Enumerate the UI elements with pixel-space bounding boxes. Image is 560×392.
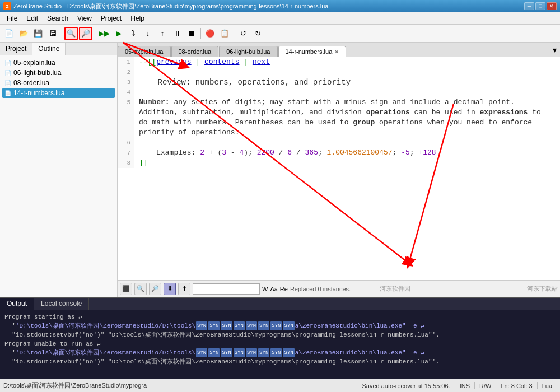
- editor-tab-06-label: 06-light-bulb.lua: [226, 48, 270, 55]
- output-panel: Output Local console Program starting as…: [0, 297, 560, 379]
- output-line-3: "io.stdout:setvbuf('no')" "D:\tools\桌面\河…: [4, 330, 556, 339]
- syn-badge-11: SYN: [221, 348, 232, 357]
- breakpoint-button[interactable]: 🔴: [203, 27, 217, 40]
- editor-tab-close-icon[interactable]: ✕: [334, 49, 339, 55]
- output-text-5a: ''D:\tools\桌面\河东软件园\ZeroBraneStudio/D:\t…: [4, 348, 195, 357]
- find-bar: ⬛ 🔍 🔎 ⬇ ⬆ W Aa Re Replaced 0 instances. …: [118, 280, 560, 297]
- menu-search[interactable]: Search: [43, 13, 73, 24]
- menu-view[interactable]: View: [73, 13, 96, 24]
- code-line-7: 7 Examples: 2 + (3 - 4); 2200 / 6 / 365;…: [118, 148, 560, 158]
- line-content-8: ]]: [134, 158, 148, 168]
- close-button[interactable]: ✕: [547, 2, 557, 10]
- play-button[interactable]: ▶: [112, 27, 125, 40]
- stop-button[interactable]: ⏹: [185, 27, 198, 40]
- save-button[interactable]: 💾: [31, 27, 45, 40]
- menu-project[interactable]: Project: [96, 13, 126, 24]
- output-line-1: Program starting as ↵: [4, 312, 556, 321]
- link-previous[interactable]: previous: [156, 58, 191, 66]
- code-line-5a: 5 Number: any series of digits; may star…: [118, 97, 560, 138]
- line-num-2: 2: [118, 67, 134, 77]
- find-down-button[interactable]: ⬇: [164, 283, 176, 295]
- tree-item-14-numbers[interactable]: 📄 14-r-numbers.lua: [2, 88, 115, 98]
- step-out-button[interactable]: ↑: [156, 27, 169, 40]
- syn-badge-12: SYN: [234, 348, 245, 357]
- syn-badge-10: SYN: [208, 348, 220, 357]
- syn-badge-9: SYN: [196, 348, 207, 357]
- find-replace-button[interactable]: 🔎: [149, 283, 161, 295]
- save-all-button[interactable]: 🖫: [46, 27, 59, 40]
- status-right: INS R/W Ln: 8 Col: 3 Lua: [455, 382, 557, 389]
- find-up-button[interactable]: ⬆: [178, 283, 190, 295]
- editor-tab-06[interactable]: 06-light-bulb.lua: [219, 46, 277, 57]
- find-input[interactable]: [193, 283, 260, 295]
- find-prev-button[interactable]: ⬛: [120, 283, 132, 295]
- tree-item-06-lightbulb[interactable]: 📄 06-light-bulb.lua: [2, 68, 115, 78]
- tab-dropdown-button[interactable]: ▾: [549, 45, 560, 54]
- editor-tabs: 05-explain.lua 08-order.lua 06-light-bul…: [118, 43, 560, 57]
- file-icon-1: 📄: [4, 60, 11, 66]
- output-tabs: Output Local console: [0, 298, 560, 310]
- editor-tab-08-label: 08-order.lua: [179, 48, 212, 55]
- line-num-3: 3: [118, 77, 134, 87]
- status-bar: D:\tools\桌面\河东软件园\ZeroBraneStudio\myprog…: [0, 379, 560, 392]
- line-num-8: 8: [118, 158, 134, 168]
- status-lang: Lua: [537, 382, 557, 389]
- syn-badge-3: SYN: [221, 321, 232, 330]
- toolbar-sep-1: [62, 28, 62, 39]
- sidebar-tabs: Project Outline: [0, 43, 117, 55]
- pause-button[interactable]: ⏸: [170, 27, 184, 40]
- tree-item-05-explain[interactable]: 📄 05-explain.lua: [2, 58, 115, 68]
- output-tab-output[interactable]: Output: [0, 298, 34, 310]
- step-into-button[interactable]: ↓: [141, 27, 155, 40]
- syn-badge-6: SYN: [258, 321, 269, 330]
- run-button[interactable]: ▶▶: [97, 27, 111, 40]
- editor-tab-08[interactable]: 08-order.lua: [171, 46, 219, 57]
- minimize-button[interactable]: ─: [524, 2, 534, 10]
- syn-badge-16: SYN: [283, 348, 294, 357]
- line-num-1: 1: [118, 57, 134, 67]
- output-line-4: Program unable to run as ↵: [4, 339, 556, 348]
- maximize-button[interactable]: □: [535, 2, 545, 10]
- code-line-2: 2: [118, 67, 560, 77]
- syn-badge-8: SYN: [283, 321, 294, 330]
- toggle-button-1[interactable]: ↺: [236, 27, 250, 40]
- output-line-5: ''D:\tools\桌面\河东软件园\ZeroBraneStudio/D:\t…: [4, 348, 556, 357]
- menu-bar: File Edit Search View Project Help: [0, 12, 560, 25]
- code-line-8: 8 ]]: [118, 158, 560, 168]
- link-next[interactable]: next: [253, 58, 270, 66]
- tree-item-08-order[interactable]: 📄 08-order.lua: [2, 78, 115, 88]
- menu-file[interactable]: File: [2, 13, 22, 24]
- file-icon-2: 📄: [4, 70, 11, 76]
- link-contents[interactable]: contents: [204, 58, 239, 66]
- stack-button[interactable]: 📋: [218, 27, 231, 40]
- sidebar-tab-outline[interactable]: Outline: [32, 43, 66, 55]
- search-highlighted-1[interactable]: 🔍: [64, 27, 78, 40]
- app-icon: Z: [3, 2, 11, 10]
- menu-edit[interactable]: Edit: [22, 13, 43, 24]
- find-watermark-left: 河东软件园: [380, 284, 410, 293]
- file-icon-3: 📄: [4, 80, 11, 86]
- menu-help[interactable]: Help: [126, 13, 149, 24]
- output-line-2: ''D:\tools\桌面\河东软件园\ZeroBraneStudio/D:\t…: [4, 321, 556, 330]
- toggle-button-2[interactable]: ↻: [251, 27, 264, 40]
- code-editor[interactable]: 1 --[[previous | contents | next 2 3 Rev…: [118, 57, 560, 280]
- status-saved: Saved auto-recover at 15:55:06.: [357, 382, 454, 389]
- find-next-button[interactable]: 🔍: [134, 283, 147, 295]
- syn-badge-1: SYN: [196, 321, 207, 330]
- syn-badge-15: SYN: [270, 348, 282, 357]
- editor-tab-14[interactable]: 14-r-numbers.lua ✕: [278, 46, 347, 57]
- editor-tab-05[interactable]: 05-explain.lua: [118, 46, 171, 57]
- output-tab-console[interactable]: Local console: [34, 298, 89, 310]
- search-highlighted-2[interactable]: 🔎: [79, 27, 92, 40]
- find-w-label: W: [262, 286, 268, 292]
- sidebar-tab-project[interactable]: Project: [0, 43, 32, 55]
- find-re-label: Re: [280, 286, 288, 292]
- new-button[interactable]: 📄: [2, 27, 16, 40]
- output-text-2b: a\ZeroBraneStudio\bin\lua.exe" -e ↵: [295, 321, 424, 330]
- step-over-button[interactable]: ⤵: [127, 27, 140, 40]
- status-ins: INS: [455, 382, 474, 389]
- code-line-1: 1 --[[previous | contents | next: [118, 57, 560, 67]
- syn-badge-2: SYN: [208, 321, 220, 330]
- line-content-5a: Number: any series of digits; may start …: [134, 97, 549, 138]
- open-button[interactable]: 📂: [17, 27, 30, 40]
